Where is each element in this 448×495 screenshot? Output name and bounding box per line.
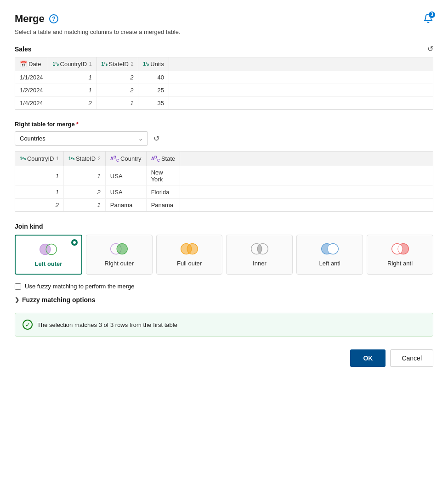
fuzzy-expand-section[interactable]: ❯ Fuzzy matching options [15, 296, 433, 304]
join-option-inner[interactable]: Inner [226, 235, 293, 275]
check-circle-icon: ✓ [23, 320, 33, 330]
page-title: Merge [15, 13, 45, 25]
notification-badge: 3 [429, 11, 435, 18]
footer-buttons: OK Cancel [15, 349, 433, 367]
join-option-label-full-outer: Full outer [177, 260, 202, 268]
countries-col-empty [180, 152, 433, 166]
right-table-label: Right table for merge* [15, 121, 433, 128]
left-outer-icon [37, 242, 59, 257]
inner-icon [249, 242, 271, 256]
sales-table: 📅 Date 1²₃ CountryID 1 1²₃ StateID [15, 57, 433, 109]
sales-col-units: 1²₃ Units [138, 57, 169, 71]
sales-col-stateid: 1²₃ StateID 2 [96, 57, 138, 71]
subtitle: Select a table and matching columns to c… [15, 28, 433, 35]
table-row: 1 2 USA Florida [15, 186, 433, 199]
sales-col-countryid: 1²₃ CountryID 1 [48, 57, 96, 71]
fuzzy-matching-checkbox[interactable] [15, 283, 21, 290]
selected-indicator [71, 239, 78, 246]
fuzzy-matching-row: Use fuzzy matching to perform the merge [15, 283, 433, 290]
join-kind-label: Join kind [15, 223, 433, 230]
join-option-left-outer[interactable]: Left outer [15, 235, 82, 275]
fuzzy-matching-label[interactable]: Use fuzzy matching to perform the merge [25, 283, 134, 290]
join-option-right-outer[interactable]: Right outer [86, 235, 153, 275]
sales-table-container: 📅 Date 1²₃ CountryID 1 1²₃ StateID [15, 57, 433, 110]
match-result-text: The selection matches 3 of 3 rows from t… [37, 321, 177, 328]
chevron-right-icon: ❯ [15, 297, 19, 303]
table-row: 1/1/2024 1 2 40 [15, 71, 433, 84]
ok-button[interactable]: OK [350, 349, 386, 367]
right-anti-icon [389, 242, 411, 256]
help-icon[interactable]: ? [49, 14, 58, 23]
join-option-label-right-anti: Right anti [387, 260, 413, 268]
right-table-dropdown[interactable]: Countries ⌄ [15, 131, 148, 146]
join-option-right-anti[interactable]: Right anti [367, 235, 433, 275]
right-outer-icon [108, 242, 130, 256]
countries-col-country: ABC Country [105, 152, 146, 166]
sales-col-date: 📅 Date [15, 57, 48, 71]
svg-point-3 [117, 244, 127, 254]
chevron-down-icon: ⌄ [138, 135, 143, 142]
title-area: Merge ? [15, 13, 58, 25]
join-option-label-inner: Inner [253, 260, 267, 268]
sales-col-empty [169, 57, 433, 71]
table-row: 1/2/2024 1 2 25 [15, 84, 433, 97]
join-option-left-anti[interactable]: Left anti [296, 235, 363, 275]
table-row: 2 1 Panama Panama [15, 199, 433, 212]
right-table-selected-value: Countries [20, 135, 45, 142]
fuzzy-expand-label: Fuzzy matching options [22, 296, 95, 304]
sales-refresh-button[interactable]: ↺ [427, 45, 433, 53]
full-outer-icon [178, 242, 200, 256]
join-option-full-outer[interactable]: Full outer [156, 235, 223, 275]
countries-col-countryid: 1²₃ CountryID 1 [15, 152, 64, 166]
join-option-label-right-outer: Right outer [104, 260, 134, 268]
dialog-header: Merge ? 3 [15, 13, 433, 25]
sales-section-label: Sales ↺ [15, 45, 433, 53]
svg-point-5 [187, 244, 198, 254]
table-row: 1/4/2024 2 1 35 [15, 97, 433, 110]
right-table-dropdown-row: Countries ⌄ ↺ [15, 131, 433, 146]
cancel-button[interactable]: Cancel [390, 349, 433, 367]
countries-table: 1²₃ CountryID 1 1²₃ StateID 2 ABC Co [15, 152, 433, 211]
table-row: 1 1 USA New York [15, 166, 433, 186]
join-options-container: Left outer Right outer Full outer [15, 235, 433, 275]
svg-point-0 [40, 244, 51, 255]
countries-col-stateid: 1²₃ StateID 2 [64, 152, 106, 166]
match-result-banner: ✓ The selection matches 3 of 3 rows from… [15, 313, 433, 337]
join-option-label-left-anti: Left anti [319, 260, 340, 268]
join-option-label-left-outer: Left outer [34, 260, 62, 268]
notification-icon[interactable]: 3 [423, 13, 433, 25]
right-table-refresh-button[interactable]: ↺ [153, 134, 159, 143]
countries-table-container: 1²₃ CountryID 1 1²₃ StateID 2 ABC Co [15, 151, 433, 212]
countries-col-state: ABC State [146, 152, 180, 166]
left-anti-icon [319, 242, 341, 256]
